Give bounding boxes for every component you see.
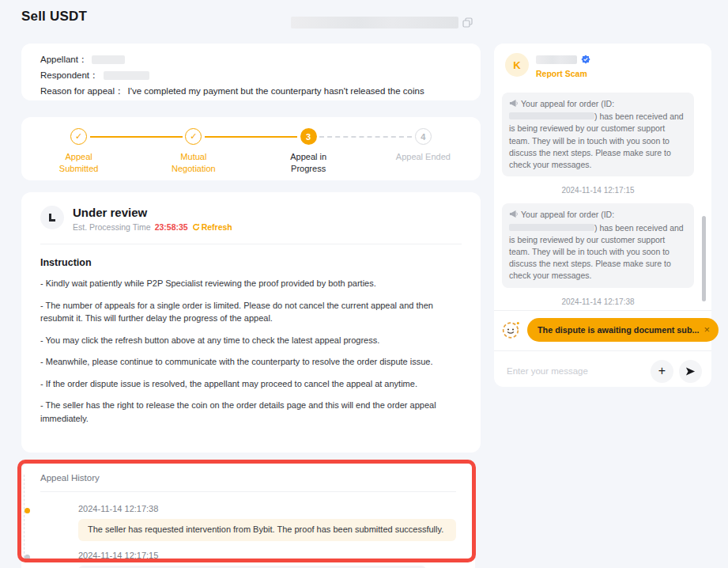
divider	[494, 310, 711, 311]
verified-badge-icon	[581, 55, 590, 64]
countdown-timer: 23:58:35	[155, 222, 188, 232]
respondent-row: Respondent：	[40, 68, 462, 82]
report-scam-link[interactable]: Report Scam	[536, 69, 590, 78]
counterparty-avatar[interactable]: K	[505, 53, 529, 77]
instruction-title: Instruction	[40, 257, 462, 268]
step3-number: 3	[300, 128, 317, 145]
chat-announcement-message: Your appeal for order (ID: ) has been re…	[502, 203, 694, 287]
appellant-label: Appellant：	[40, 54, 87, 66]
appeal-info-card: Appellant： Respondent： Reason for appeal…	[21, 44, 481, 100]
appellant-row: Appellant：	[40, 52, 462, 66]
step4-number: 4	[415, 128, 432, 145]
order-id-redacted	[509, 112, 594, 119]
close-icon[interactable]: ×	[704, 324, 711, 335]
appeal-history-card: Appeal History 2024-11-14 12:17:38 The s…	[21, 463, 475, 568]
appellant-value-redacted	[92, 55, 125, 64]
appeal-progress-stepper: ✓ Appeal Submitted ✓ Mutual Negotiation …	[21, 117, 481, 180]
review-status-title: Under review	[73, 206, 232, 219]
divider	[494, 350, 711, 351]
page-title: Sell USDT	[21, 9, 87, 25]
processing-time-label: Est. Processing Time	[73, 222, 151, 232]
plus-icon: +	[658, 364, 666, 378]
step4-label: Appeal Ended	[394, 151, 452, 163]
bot-assistant-icon	[500, 319, 522, 340]
order-id-redacted	[509, 224, 594, 231]
counterparty-name-redacted	[536, 55, 577, 64]
chat-scrollbar-thumb[interactable]	[702, 216, 706, 301]
divider	[40, 491, 456, 492]
step-appeal-in-progress: 3 Appeal in Progress	[251, 117, 366, 180]
announcement-icon	[509, 99, 518, 111]
refresh-label: Refresh	[202, 222, 232, 232]
clock-icon	[40, 206, 64, 229]
send-button[interactable]	[679, 360, 702, 383]
history-time: 2024-11-14 12:17:15	[78, 551, 456, 560]
order-id-redacted	[291, 17, 458, 28]
chat-panel: K Report Scam Your appeal for order (ID:…	[494, 44, 711, 387]
history-item: 2024-11-14 12:17:15	[40, 551, 456, 568]
history-time: 2024-11-14 12:17:38	[78, 504, 456, 513]
divider	[40, 244, 462, 244]
history-item: 2024-11-14 12:17:38 The seller has reque…	[40, 504, 456, 541]
appeal-detail-page: Sell USDT Appellant： Respondent： Reason …	[0, 0, 728, 568]
step-appeal-ended: 4 Appeal Ended	[366, 117, 481, 180]
instruction-bullet: - You may click the refresh button above…	[40, 334, 462, 347]
timeline-connector	[24, 475, 25, 562]
appeal-history-title: Appeal History	[40, 473, 456, 483]
chat-timestamp: 2024-11-14 12:17:15	[502, 186, 694, 195]
send-icon	[685, 366, 696, 377]
instruction-bullet: - If the order dispute issue is resolved…	[40, 377, 462, 391]
dispute-status-toast: The dispute is awaiting document sub... …	[527, 318, 719, 342]
respondent-value-redacted	[104, 71, 149, 80]
chat-input-row: +	[507, 357, 702, 385]
order-id-strip	[291, 17, 473, 28]
chat-timestamp: 2024-11-14 12:17:38	[502, 297, 694, 306]
announcement-prefix: Your appeal for order (ID:	[521, 99, 614, 108]
dispute-toast-row: The dispute is awaiting document sub... …	[500, 317, 701, 342]
respondent-label: Respondent：	[40, 70, 99, 81]
chat-header: K Report Scam	[505, 53, 700, 78]
message-input[interactable]	[507, 366, 645, 376]
step-mutual-negotiation: ✓ Mutual Negotiation	[136, 117, 251, 180]
stepper-connector-2	[205, 136, 297, 138]
instruction-bullet: - The number of appeals for a single ord…	[40, 299, 462, 325]
announcement-suffix: ) has been received and is being reviewe…	[509, 223, 684, 281]
chat-messages: Your appeal for order (ID: ) has been re…	[502, 93, 694, 310]
stepper-connector-1	[90, 136, 183, 138]
attach-button[interactable]: +	[651, 360, 673, 383]
instruction-bullet: - Kindly wait patiently while P2P Specia…	[40, 277, 462, 290]
timeline-dot-active	[25, 508, 30, 513]
timeline-dot-past	[25, 555, 30, 560]
announcement-icon	[509, 210, 518, 222]
refresh-button[interactable]: Refresh	[192, 222, 232, 232]
under-review-card: Under review Est. Processing Time 23:58:…	[21, 192, 481, 453]
step2-check-icon: ✓	[185, 128, 202, 145]
instruction-bullet: - The seller has the right to release th…	[40, 399, 462, 425]
refresh-icon	[192, 223, 200, 231]
stepper-connector-3	[319, 136, 412, 138]
copy-icon[interactable]	[462, 17, 473, 28]
instruction-bullet: - Meanwhile, please continue to communic…	[40, 355, 462, 369]
history-message: The seller has requested intervention fr…	[78, 519, 456, 541]
reason-row: Reason for appeal： I've completed my pay…	[40, 84, 462, 98]
reason-label: Reason for appeal：	[40, 85, 123, 97]
toast-text: The dispute is awaiting document sub...	[538, 325, 700, 335]
step3-label: Appeal in Progress	[279, 151, 338, 175]
step1-check-icon: ✓	[70, 128, 87, 145]
announcement-prefix: Your appeal for order (ID:	[521, 210, 614, 219]
reason-value: I've completed my payment but the counte…	[127, 86, 424, 96]
step2-label: Mutual Negotiation	[164, 151, 223, 175]
announcement-suffix: ) has been received and is being reviewe…	[509, 112, 684, 169]
step1-label: Appeal Submitted	[50, 151, 108, 175]
chat-announcement-message: Your appeal for order (ID: ) has been re…	[502, 93, 694, 176]
step-appeal-submitted: ✓ Appeal Submitted	[21, 117, 136, 180]
